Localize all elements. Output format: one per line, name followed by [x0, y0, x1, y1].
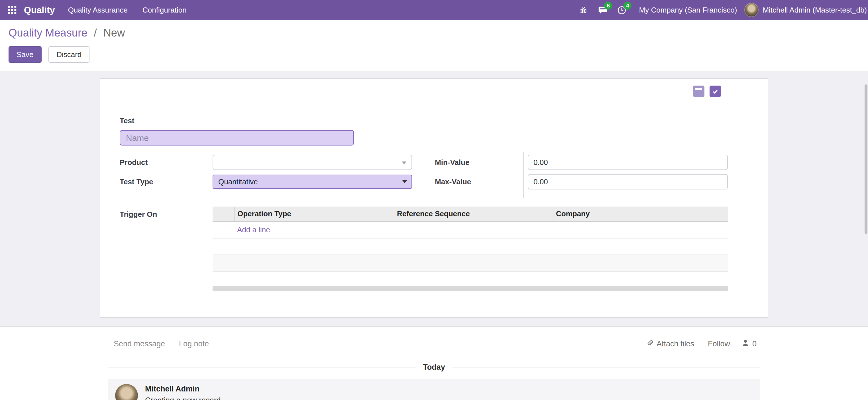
test-type-label: Test Type [120, 177, 213, 186]
follower-person-icon [742, 339, 749, 349]
user-name: Mitchell Admin (Master-test_db) [763, 6, 867, 14]
field-group: Product Test Type Quantitative Min-Value [120, 155, 727, 190]
debug-bug-icon[interactable] [574, 0, 593, 20]
top-navbar: Quality Quality Assurance Configuration [0, 0, 868, 20]
trigger-on-field: Trigger On Operation Type Reference Sequ… [120, 206, 727, 291]
form-view: Test Product Test Type Quantitative [0, 71, 868, 326]
empty-row [213, 238, 728, 255]
breadcrumb-current: New [103, 27, 125, 39]
followers-button[interactable]: 0 [738, 336, 760, 351]
app-window: Quality Quality Assurance Configuration [0, 0, 868, 402]
product-dropdown[interactable] [213, 155, 412, 170]
product-label: Product [120, 158, 213, 167]
menu-quality-assurance[interactable]: Quality Assurance [60, 0, 135, 20]
send-message-button[interactable]: Send message [108, 337, 171, 351]
company-header[interactable]: Company [553, 206, 711, 221]
app-name[interactable]: Quality [24, 5, 55, 15]
add-a-line-link[interactable]: Add a line [237, 225, 270, 234]
breadcrumb-separator: / [94, 27, 97, 39]
chatter-toolbar-right: Attach files Follow 0 [640, 336, 760, 351]
test-type-value: Quantitative [218, 177, 258, 186]
empty-row [213, 255, 728, 271]
attach-files-button[interactable]: Attach files [640, 336, 700, 351]
trigger-on-label: Trigger On [120, 206, 213, 219]
navbar-right: 6 4 My Company (San Francisco) Mitchell … [574, 0, 868, 20]
operation-type-header[interactable]: Operation Type [234, 206, 394, 221]
control-panel: Quality Measure / New Save Discard [0, 20, 868, 71]
messages-icon[interactable]: 6 [593, 0, 612, 20]
sheet-icon-buttons [693, 86, 721, 97]
left-column: Product Test Type Quantitative [120, 155, 412, 190]
user-avatar [744, 3, 758, 17]
max-value-input[interactable] [528, 174, 728, 190]
chatter-message: Mitchell Admin Creating a new record... [108, 379, 760, 400]
test-name-input[interactable] [120, 130, 354, 145]
right-column: Min-Value Max-Value [435, 155, 728, 190]
extra-column-header [711, 206, 728, 221]
trigger-on-list: Operation Type Reference Sequence Compan… [213, 206, 728, 291]
horizontal-scrollbar[interactable] [213, 286, 728, 291]
chatter-toolbar: Send message Log note Attach files Follo… [108, 336, 760, 351]
breadcrumb: Quality Measure / New [8, 27, 868, 39]
checked-checkbox-icon[interactable] [710, 86, 721, 97]
list-header-row: Operation Type Reference Sequence Compan… [213, 206, 728, 221]
save-button[interactable]: Save [8, 46, 41, 63]
date-divider-label: Today [416, 363, 452, 371]
collapse-panel-icon[interactable] [693, 86, 705, 97]
reference-sequence-header[interactable]: Reference Sequence [394, 206, 553, 221]
log-note-button[interactable]: Log note [173, 337, 215, 351]
action-buttons: Save Discard [8, 46, 868, 63]
discard-button[interactable]: Discard [49, 46, 90, 63]
vertical-scrollbar[interactable] [865, 84, 867, 234]
company-switcher[interactable]: My Company (San Francisco) [632, 6, 745, 14]
user-menu[interactable]: Mitchell Admin (Master-test_db) [744, 3, 868, 17]
breadcrumb-quality-measure[interactable]: Quality Measure [8, 27, 88, 39]
message-body: Mitchell Admin Creating a new record... [145, 384, 227, 400]
message-avatar [115, 384, 137, 400]
select-arrow-icon [402, 180, 407, 183]
paperclip-icon [646, 339, 654, 349]
message-text: Creating a new record... [145, 396, 227, 400]
min-value-input[interactable] [528, 155, 728, 170]
form-sheet: Test Product Test Type Quantitative [100, 78, 768, 318]
test-type-field: Test Type Quantitative [120, 174, 412, 190]
max-value-label: Max-Value [435, 177, 528, 186]
add-line-row: Add a line [213, 221, 728, 238]
chevron-down-icon [402, 162, 406, 164]
activities-clock-icon[interactable]: 4 [612, 0, 632, 20]
activities-count-badge: 4 [624, 2, 632, 10]
message-author[interactable]: Mitchell Admin [145, 384, 227, 393]
test-type-select[interactable]: Quantitative [213, 175, 412, 189]
navbar-left: Quality Quality Assurance Configuration [0, 0, 194, 20]
followers-count: 0 [752, 340, 756, 348]
follow-button[interactable]: Follow [702, 337, 736, 351]
date-divider: Today [108, 362, 760, 372]
chatter-toolbar-left: Send message Log note [108, 337, 215, 351]
max-value-field: Max-Value [435, 174, 728, 190]
menu-configuration[interactable]: Configuration [135, 0, 194, 20]
test-name-field: Test [120, 116, 727, 145]
product-field: Product [120, 155, 412, 170]
handle-column-header [213, 206, 234, 221]
chatter: Send message Log note Attach files Follo… [0, 327, 868, 400]
apps-menu-icon[interactable] [0, 0, 24, 20]
messages-count-badge: 6 [604, 2, 612, 10]
min-value-field: Min-Value [435, 155, 728, 170]
test-label: Test [120, 116, 727, 125]
min-value-label: Min-Value [435, 158, 528, 167]
